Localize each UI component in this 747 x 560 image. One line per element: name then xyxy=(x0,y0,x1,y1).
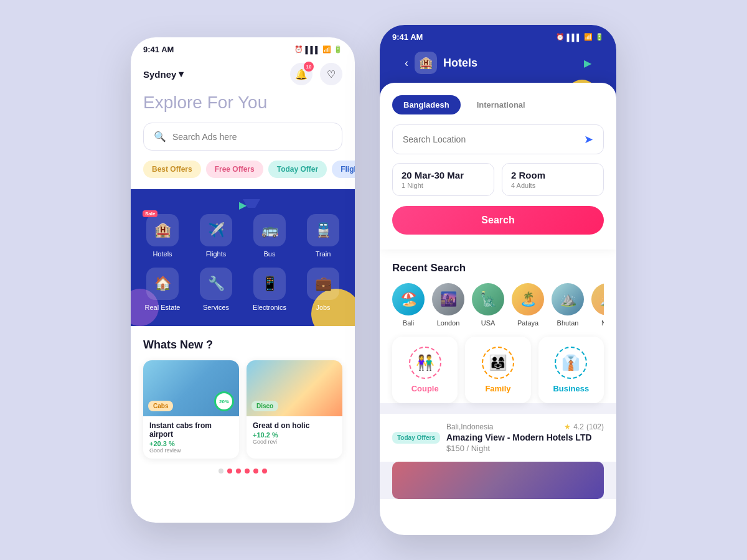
category-jobs[interactable]: 💼 Jobs xyxy=(301,268,345,311)
category-services[interactable]: 🔧 Services xyxy=(194,268,238,311)
category-flights[interactable]: ✈️ Flights xyxy=(194,214,238,258)
cabs-stat: +20.3 % xyxy=(149,440,233,447)
chip-today-offer[interactable]: Today Offer xyxy=(268,161,327,178)
jobs-icon-wrap: 💼 xyxy=(307,268,339,300)
bhutan-avatar: ⛰️ xyxy=(552,283,584,315)
chip-free-offers[interactable]: Free Offers xyxy=(206,161,263,178)
send-location-icon[interactable]: ➤ xyxy=(584,133,593,146)
right-status-icons: ⏰ ▌▌▌ 📶 🔋 xyxy=(556,33,604,41)
tab-international[interactable]: International xyxy=(466,95,537,114)
cabs-card-body: Instant cabs from airport +20.3 % Good r… xyxy=(143,416,239,459)
status-icons-left: ⏰ ▌▌▌ 📶 🔋 xyxy=(294,45,342,54)
travel-family[interactable]: 👨‍👩‍👧 Family xyxy=(465,337,530,403)
flights-icon: ✈️ xyxy=(208,222,225,238)
flights-icon-wrap: ✈️ xyxy=(200,214,232,246)
london-avatar: 🌆 xyxy=(432,283,464,315)
category-train[interactable]: 🚆 Train xyxy=(301,214,345,258)
services-label: Services xyxy=(203,304,229,311)
right-status-area: 9:41 AM ⏰ ▌▌▌ 📶 🔋 ‹ 🏨 Hotels ▶ xyxy=(380,25,616,83)
chip-label: Flights xyxy=(341,165,355,174)
filter-chips: Best Offers Free Offers Today Offer Flig… xyxy=(131,161,355,178)
alarm-icon-right: ⏰ xyxy=(556,33,565,41)
place-nepal[interactable]: 🏔️ Ne.. xyxy=(591,283,604,327)
status-bar-left: 9:41 AM ⏰ ▌▌▌ 📶 🔋 xyxy=(131,37,355,58)
new-cards-row: Cabs 20% Instant cabs from airport +20.3… xyxy=(143,360,342,459)
holiday-card-image: Disco xyxy=(247,360,342,416)
hotels-icon-wrap: Sale 🏨 xyxy=(146,214,179,246)
new-card-holiday[interactable]: Disco Great d on holic +10.2 % Good revi xyxy=(247,360,342,459)
hotels-icon: 🏨 xyxy=(154,222,171,238)
categories-section: ▶ Sale 🏨 Hotels ✈️ Flights xyxy=(131,189,355,326)
nepal-label: Ne.. xyxy=(601,319,604,327)
train-icon-wrap: 🚆 xyxy=(307,214,339,246)
search-input[interactable] xyxy=(172,132,332,142)
recent-search-section: Recent Search 🏖️ Bali 🌆 London 🗽 USA 🏝️ … xyxy=(380,250,616,403)
place-usa[interactable]: 🗽 USA xyxy=(472,283,504,327)
travel-couple[interactable]: 👫 Couple xyxy=(392,337,458,403)
place-bhutan[interactable]: ⛰️ Bhutan xyxy=(552,283,584,327)
chevron-down-icon: ▾ xyxy=(179,68,184,80)
hotel-info: Bali,Indonesia ★ 4.2 (102) Amazing View … xyxy=(446,422,604,453)
category-electronics[interactable]: 📱 Electronics xyxy=(248,268,291,311)
price-unit: / Night xyxy=(466,444,490,453)
chip-label: Free Offers xyxy=(215,165,255,174)
bus-icon: 🚌 xyxy=(261,222,278,238)
category-real-estate[interactable]: 🏠 Real Estate xyxy=(141,268,184,311)
category-bus[interactable]: 🚌 Bus xyxy=(248,214,291,258)
dot-3 xyxy=(236,469,241,474)
travel-types: 👫 Couple 👨‍👩‍👧 Family 👔 Business xyxy=(392,337,604,403)
signal-icon-right: ▌▌▌ xyxy=(567,34,581,41)
search-bar[interactable]: 🔍 xyxy=(143,123,342,151)
place-pataya[interactable]: 🏝️ Pataya xyxy=(512,283,544,327)
hotel-icon-wrap: 🏨 xyxy=(415,52,437,74)
category-hotels[interactable]: Sale 🏨 Hotels xyxy=(141,214,184,258)
hotel-building-icon: 🏨 xyxy=(419,56,433,70)
location-text: Sydney xyxy=(143,69,176,80)
top-icons: 🔔 10 ♡ xyxy=(290,63,342,85)
bhutan-label: Bhutan xyxy=(557,319,579,327)
today-offers-tag: Today Offers xyxy=(392,432,440,444)
rooms: 2 Room xyxy=(511,170,594,180)
recent-search-title: Recent Search xyxy=(392,262,604,274)
couple-label: Couple xyxy=(411,384,439,393)
location-search-input[interactable] xyxy=(403,134,584,144)
search-icon: 🔍 xyxy=(154,131,166,142)
wifi-icon-right: 📶 xyxy=(584,33,593,41)
notification-button[interactable]: 🔔 10 xyxy=(290,63,312,85)
battery-icon: 🔋 xyxy=(334,45,342,54)
back-button[interactable]: ‹ xyxy=(405,57,408,70)
cabs-stat-label: Good review xyxy=(149,447,233,454)
train-label: Train xyxy=(316,250,331,258)
room-cell[interactable]: 2 Room 4 Adults xyxy=(502,163,604,196)
hotel-location: Bali,Indonesia xyxy=(446,422,493,431)
status-bar-right: 9:41 AM ⏰ ▌▌▌ 📶 🔋 xyxy=(392,32,604,47)
new-card-cabs[interactable]: Cabs 20% Instant cabs from airport +20.3… xyxy=(143,360,239,459)
right-phone: 9:41 AM ⏰ ▌▌▌ 📶 🔋 ‹ 🏨 Hotels ▶ xyxy=(380,25,616,535)
family-avatar: 👨‍👩‍👧 xyxy=(482,347,514,379)
price-value: $150 xyxy=(446,444,464,453)
back-header: ‹ 🏨 Hotels ▶ xyxy=(392,47,604,83)
services-icon-wrap: 🔧 xyxy=(200,268,232,300)
chip-flights[interactable]: Flights xyxy=(332,161,355,178)
holiday-card-body: Great d on holic +10.2 % Good revi xyxy=(247,416,342,450)
place-london[interactable]: 🌆 London xyxy=(432,283,464,327)
business-label: Business xyxy=(553,384,589,393)
tab-pills: Bangladesh International xyxy=(392,95,604,114)
tab-bangladesh[interactable]: Bangladesh xyxy=(392,95,461,114)
play-icon-right: ▶ xyxy=(584,57,591,69)
location-input[interactable]: ➤ xyxy=(392,124,604,154)
search-button[interactable]: Search xyxy=(392,206,604,235)
hotel-offer[interactable]: Today Offers Bali,Indonesia ★ 4.2 (102) … xyxy=(380,413,616,462)
heart-icon: ♡ xyxy=(327,68,336,80)
chip-label: Best Offers xyxy=(152,165,192,174)
sale-badge: Sale xyxy=(143,210,157,217)
travel-business[interactable]: 👔 Business xyxy=(538,337,604,403)
date-cell[interactable]: 20 Mar-30 Mar 1 Night xyxy=(392,163,494,196)
location-selector[interactable]: Sydney ▾ xyxy=(143,68,184,80)
progress-circle: 20% xyxy=(214,391,234,411)
place-bali[interactable]: 🏖️ Bali xyxy=(392,283,425,327)
battery-icon-right: 🔋 xyxy=(595,33,604,41)
favorites-button[interactable]: ♡ xyxy=(320,63,342,85)
chip-best-offers[interactable]: Best Offers xyxy=(143,161,201,178)
notification-badge: 10 xyxy=(304,62,314,72)
